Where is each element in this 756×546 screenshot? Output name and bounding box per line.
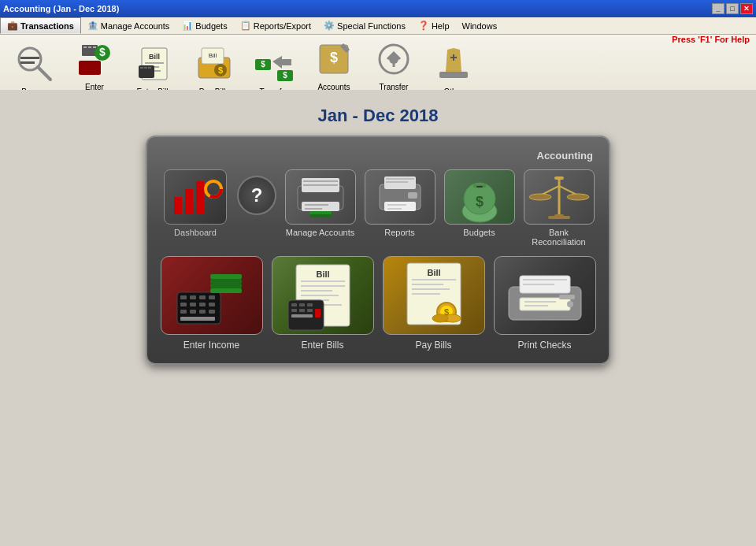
manage-accounts-label: Manage Accounts [286,228,354,237]
dashboard-button[interactable]: Dashboard [160,169,231,237]
svg-rect-78 [199,303,206,306]
enter-bills-icon: Bill [132,42,176,86]
svg-rect-64 [554,176,564,180]
accounts-receivable-icon: $ [312,37,356,81]
svg-rect-33 [439,72,468,78]
svg-text:$: $ [475,194,483,210]
svg-line-1 [38,67,50,80]
svg-point-116 [432,314,448,322]
menu-help[interactable]: ❓ Help [412,17,456,34]
svg-text:Bill: Bill [209,52,217,59]
menu-special-functions[interactable]: ⚙️ Special Functions [317,17,412,34]
dashboard-label: Dashboard [174,228,217,237]
transfer-donations-icon [372,37,416,81]
print-checks-button[interactable]: Print Checks [493,256,596,351]
svg-rect-92 [301,285,345,287]
budgets-button[interactable]: $ Budgets [442,169,517,247]
svg-rect-100 [307,303,313,306]
svg-rect-123 [524,305,548,306]
menu-budgets[interactable]: 📊 Budgets [176,17,233,34]
svg-rect-77 [190,303,196,306]
svg-text:$: $ [99,46,106,58]
pay-bills-button[interactable]: Bill $ Pay Bills [382,256,485,351]
other-icon [432,42,476,86]
svg-rect-6 [83,46,87,48]
question-button[interactable]: ? [237,176,276,215]
menu-reports-export[interactable]: 📋 Reports/Export [234,17,317,34]
panel-title: Accounting [160,150,596,162]
svg-point-66 [529,194,551,200]
special-functions-icon: ⚙️ [324,20,335,31]
top-row: Dashboard ? [160,169,596,247]
menu-bar: 💼 Transactions 🏦 Manage Accounts 📊 Budge… [0,17,756,35]
svg-rect-2 [20,57,39,59]
close-button[interactable]: ✕ [740,3,753,14]
svg-rect-111 [412,293,440,295]
svg-rect-43 [303,180,338,182]
menu-transactions[interactable]: 💼 Transactions [0,17,81,34]
menu-manage-accounts[interactable]: 🏦 Manage Accounts [81,17,176,34]
svg-rect-18 [144,67,147,69]
svg-rect-108 [412,279,456,280]
svg-rect-57 [408,192,417,199]
svg-rect-45 [302,202,339,211]
svg-rect-81 [190,310,196,314]
svg-rect-53 [386,181,408,183]
pay-bills-large-icon: Bill $ [383,256,485,335]
svg-point-68 [567,194,589,200]
budgets-label: Budgets [463,228,495,237]
period-title: Jan - Dec 2018 [0,90,756,136]
bank-reconciliation-icon [524,169,595,225]
svg-text:Bill: Bill [427,268,440,277]
top-icons-row: Manage Accounts [283,169,596,247]
bank-reconciliation-button[interactable]: Bank Reconciliation [521,169,596,247]
svg-rect-36 [174,197,182,214]
svg-rect-120 [523,284,554,285]
reports-button[interactable]: Reports [362,169,437,247]
pay-bills-icon: Bill $ [192,42,236,86]
svg-rect-84 [180,317,215,321]
enter-income-large-label: Enter Income [183,340,239,351]
enter-bills-button[interactable]: Bill [271,256,374,351]
manage-accounts-icon: 🏦 [87,20,98,31]
svg-rect-85 [210,274,242,279]
svg-rect-119 [523,279,567,280]
enter-income-large-icon [161,256,263,335]
svg-rect-122 [524,301,556,303]
enter-income-button[interactable]: Enter Income [160,256,263,351]
minimize-button[interactable]: _ [712,3,724,14]
svg-point-125 [567,301,573,307]
print-checks-large-icon [494,256,596,335]
reports-label: Reports [384,228,415,237]
svg-rect-49 [309,214,332,217]
browse-icon [13,42,57,86]
reports-icon: 📋 [240,20,251,31]
bank-reconciliation-label: Bank Reconciliation [521,228,596,247]
print-checks-large-label: Print Checks [517,340,571,351]
manage-accounts-button[interactable]: Manage Accounts [283,169,358,247]
maximize-button[interactable]: □ [726,3,739,14]
svg-rect-38 [196,181,204,214]
svg-rect-87 [210,284,242,288]
transfer-icon: $ $ [252,42,296,86]
svg-rect-104 [291,314,313,318]
svg-rect-37 [185,189,193,214]
svg-rect-102 [299,309,305,312]
svg-rect-73 [190,295,196,299]
svg-text:$: $ [330,50,338,65]
svg-rect-101 [291,309,297,312]
svg-text:Bill: Bill [149,53,160,61]
svg-rect-98 [291,303,297,306]
budgets-icon: 📊 [182,20,193,31]
svg-rect-56 [387,208,402,210]
svg-rect-99 [299,303,305,306]
svg-rect-8 [93,46,96,48]
svg-rect-70 [548,216,570,219]
pay-bills-large-label: Pay Bills [415,340,451,351]
svg-rect-124 [559,295,575,299]
svg-rect-74 [199,295,206,299]
menu-windows[interactable]: Windows [456,17,504,34]
title-bar: Accounting (Jan - Dec 2018) _ □ ✕ [0,0,756,17]
svg-rect-75 [209,295,215,299]
svg-rect-109 [412,284,443,285]
